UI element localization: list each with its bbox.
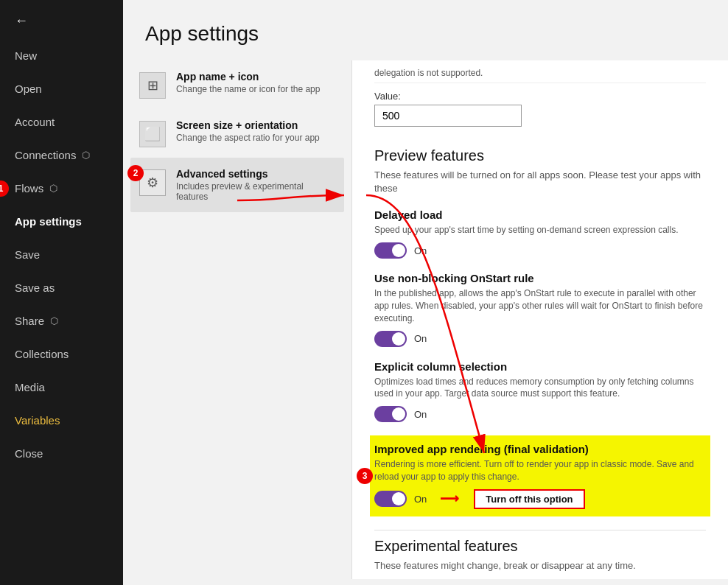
nav-item-title: Advanced settings — [176, 168, 335, 180]
nav-item-advanced[interactable]: 2 ⚙ Advanced settings Includes preview &… — [130, 158, 344, 212]
experimental-section-desc: These features might change, break or di… — [374, 559, 706, 572]
nav-item-desc: Change the aspect ratio for your app — [176, 133, 320, 143]
sidebar-item-label: New — [15, 49, 37, 62]
sidebar-item-label: Share — [15, 315, 44, 327]
value-input[interactable] — [374, 105, 522, 127]
nav-item-text: Advanced settings Includes preview & exp… — [176, 168, 335, 202]
feature-desc: Rendering is more efficient. Turn off to… — [374, 458, 706, 483]
sidebar-item-close[interactable]: Close — [0, 437, 123, 470]
sidebar-item-open[interactable]: Open — [0, 72, 123, 105]
step2-badge: 2 — [127, 165, 144, 181]
feature-desc: In the published app, allows the app's O… — [374, 287, 706, 324]
divider — [374, 530, 706, 530]
turn-off-box: Turn off this option — [474, 489, 584, 509]
nav-item-title: Screen size + orientation — [176, 119, 320, 131]
main-content: App settings ⊞ App name + icon Change th… — [123, 0, 728, 585]
settings-nav: ⊞ App name + icon Change the name or ico… — [123, 60, 351, 579]
sidebar-item-label: Save as — [15, 281, 55, 294]
content-area: ⊞ App name + icon Change the name or ico… — [123, 60, 728, 579]
app-name-icon: ⊞ — [139, 72, 166, 99]
delayed-load-toggle[interactable] — [374, 242, 407, 259]
feature-title: Delayed load — [374, 209, 706, 221]
sidebar-item-label: Account — [15, 116, 55, 128]
sidebar-item-label: App settings — [15, 215, 82, 228]
sidebar-item-account[interactable]: Account — [0, 105, 123, 139]
toggle-row: On — [374, 242, 706, 259]
feature-title: Use non-blocking OnStart rule — [374, 272, 706, 284]
external-icon: ⬡ — [50, 315, 58, 326]
sidebar-item-save-as[interactable]: Save as — [0, 271, 123, 304]
nav-item-desc: Includes preview & experimental features — [176, 181, 335, 202]
nav-item-app-name[interactable]: ⊞ App name + icon Change the name or ico… — [130, 60, 344, 109]
toggle-label: On — [414, 333, 427, 344]
sidebar-item-connections[interactable]: Connections ⬡ — [0, 139, 123, 172]
feature-explicit-column: Explicit column selection Optimizes load… — [374, 360, 706, 423]
sidebar-item-app-settings[interactable]: App settings — [0, 205, 123, 238]
page-title: App settings — [123, 0, 728, 60]
improved-rendering-toggle[interactable] — [374, 491, 407, 507]
external-icon: ⬡ — [49, 183, 57, 194]
nonblocking-toggle[interactable] — [374, 331, 407, 347]
feature-improved-rendering: 3 Improved app rendering (final validati… — [370, 435, 710, 516]
sidebar-item-media[interactable]: Media — [0, 371, 123, 404]
nav-item-screen-size[interactable]: ⬜ Screen size + orientation Change the a… — [130, 109, 344, 158]
preview-section-desc: These features will be turned on for all… — [374, 169, 706, 195]
feature-title: Improved app rendering (final validation… — [374, 443, 706, 455]
sidebar-item-new[interactable]: New — [0, 39, 123, 72]
sidebar-item-label: Save — [15, 248, 40, 261]
feature-nonblocking: Use non-blocking OnStart rule In the pub… — [374, 272, 706, 346]
explicit-column-toggle[interactable] — [374, 406, 407, 422]
toggle-row: On — [374, 331, 706, 347]
external-icon: ⬡ — [82, 150, 90, 161]
sidebar-item-label: Open — [15, 83, 42, 95]
sidebar: ← New Open Account Connections ⬡ Flows ⬡… — [0, 0, 123, 585]
toggle-label: On — [414, 409, 427, 420]
experimental-section-title: Experimental features — [374, 538, 706, 555]
preview-section-title: Preview features — [374, 147, 706, 164]
back-button[interactable]: ← — [0, 0, 123, 39]
nav-item-title: App name + icon — [176, 71, 320, 83]
toggle-label: On — [414, 494, 427, 505]
value-label: Value: — [374, 91, 706, 102]
arrow-right-icon: ⟶ — [440, 491, 459, 507]
toggle-label: On — [414, 245, 427, 256]
sidebar-item-label: Flows — [15, 182, 43, 195]
feature-desc: Speed up your app's start time by settin… — [374, 224, 706, 237]
sidebar-item-label: Collections — [15, 348, 69, 360]
settings-detail: delegation is not supported. Value: Prev… — [351, 60, 728, 579]
sidebar-item-collections[interactable]: Collections — [0, 337, 123, 371]
sidebar-item-flows[interactable]: Flows ⬡ 1 — [0, 172, 123, 205]
nav-item-desc: Change the name or icon for the app — [176, 84, 320, 94]
sidebar-item-label: Close — [15, 447, 43, 460]
sidebar-item-label: Variables — [15, 414, 60, 427]
sidebar-item-label: Connections — [15, 149, 76, 161]
back-icon: ← — [15, 13, 28, 28]
step3-badge: 3 — [357, 468, 373, 484]
sidebar-item-share[interactable]: Share ⬡ — [0, 304, 123, 337]
toggle-row: On — [374, 406, 706, 422]
sidebar-item-label: Media — [15, 381, 45, 393]
feature-delayed-load: Delayed load Speed up your app's start t… — [374, 209, 706, 259]
sidebar-item-save[interactable]: Save — [0, 238, 123, 271]
step1-badge: 1 — [0, 181, 9, 197]
toggle-row: On ⟶ Turn off this option — [374, 489, 706, 509]
nav-item-text: App name + icon Change the name or icon … — [176, 71, 320, 94]
sidebar-item-variables[interactable]: Variables — [0, 404, 123, 437]
feature-desc: Optimizes load times and reduces memory … — [374, 376, 706, 401]
truncated-text: delegation is not supported. — [374, 60, 706, 83]
nav-item-text: Screen size + orientation Change the asp… — [176, 119, 320, 143]
feature-title: Explicit column selection — [374, 360, 706, 373]
screen-size-icon: ⬜ — [139, 121, 166, 147]
